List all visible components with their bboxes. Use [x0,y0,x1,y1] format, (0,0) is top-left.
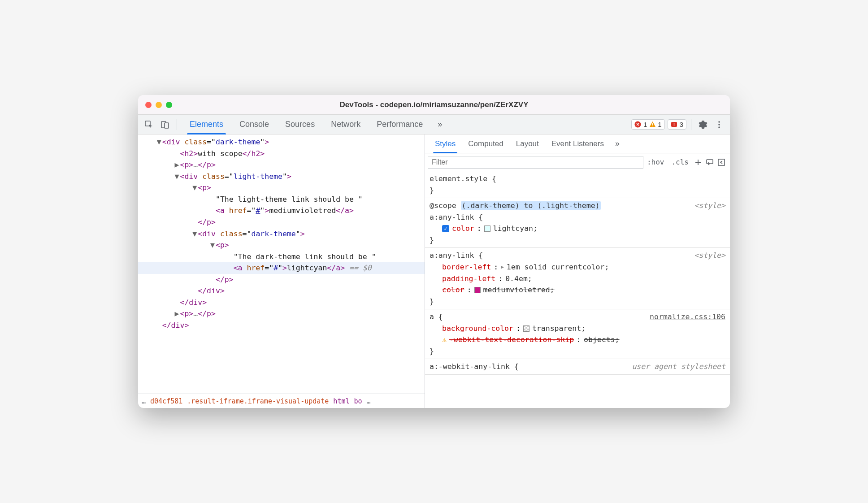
svg-point-9 [718,121,720,123]
maximize-window-button[interactable] [166,102,172,108]
css-rule[interactable]: <style>a:any-link {border-left:▶1em soli… [425,248,730,309]
main-tab-elements[interactable]: Elements [182,115,231,134]
breadcrumb-item[interactable]: html [333,397,349,405]
svg-rect-4 [652,123,653,125]
issue-icon [671,121,678,128]
breadcrumb-item[interactable]: d04cf581 [150,397,182,405]
breadcrumb-bar[interactable]: …d04cf581.result-iframe.iframe-visual-up… [138,394,425,408]
cls-toggle[interactable]: .cls [668,158,692,166]
css-declaration[interactable]: ⚠-webkit-text-decoration-skip:objects; [430,334,725,346]
format-icon[interactable] [704,155,716,169]
separator [691,119,691,130]
prop-checkbox-icon[interactable]: ✓ [442,225,449,232]
breadcrumb-item[interactable]: … [367,397,371,405]
rule-selector[interactable]: element.style { [430,173,725,185]
breadcrumb-item[interactable]: .result-iframe.iframe-visual-update [187,397,329,405]
styles-tab-computed[interactable]: Computed [462,134,509,153]
main-tab-performance[interactable]: Performance [369,115,431,134]
dom-node[interactable]: ▼<div class="dark-theme"> [138,228,425,240]
css-declaration[interactable]: border-left:▶1em solid currentcolor; [430,261,725,273]
computed-pane-icon[interactable] [716,155,727,169]
kebab-menu-icon[interactable] [712,117,726,132]
rule-source[interactable]: <style> [694,250,725,261]
breadcrumb-prefix: … [142,397,146,405]
toggle-icon[interactable]: ▶ [174,308,180,320]
css-declaration[interactable]: color:mediumvioletred; [430,284,725,296]
dom-node[interactable]: ▼<div class="light-theme"> [138,171,425,182]
svg-rect-2 [165,123,169,128]
settings-icon[interactable] [696,117,710,132]
prop-value: mediumvioletred; [483,284,555,296]
dom-node[interactable]: </div> [138,320,425,331]
dom-node[interactable]: </p> [138,274,425,286]
styles-panel: StylesComputedLayoutEvent Listeners» :ho… [425,134,730,408]
dom-node[interactable]: <a href="#">mediumvioletred</a> [138,205,425,217]
rule-selector[interactable]: a:any-link { [430,250,725,261]
device-toggle-icon[interactable] [158,117,172,132]
styles-filter-input[interactable] [428,156,643,169]
color-swatch[interactable] [474,287,481,293]
svg-point-10 [718,124,720,126]
dom-node[interactable]: ▼<p> [138,182,425,194]
dom-node[interactable]: "The dark-theme link should be " [138,251,425,263]
new-rule-icon[interactable] [692,155,704,169]
css-rule[interactable]: <style>@scope (.dark-theme) to (.light-t… [425,198,730,248]
dom-node[interactable]: <h2>with scope</h2> [138,148,425,160]
minimize-window-button[interactable] [156,102,162,108]
css-rule[interactable]: normalize.css:106a {background-color:tra… [425,309,730,359]
inspect-element-icon[interactable] [142,117,156,132]
styles-tab-event-listeners[interactable]: Event Listeners [545,134,610,153]
color-swatch[interactable] [523,325,529,332]
dom-node[interactable]: </div> [138,297,425,308]
toggle-icon[interactable]: ▼ [174,171,180,182]
rule-selector[interactable]: a:any-link { [430,212,725,223]
dom-node[interactable]: </div> [138,285,425,297]
main-tab-network[interactable]: Network [323,115,369,134]
prop-name: -webkit-text-decoration-skip [449,334,574,346]
main-toolbar: ElementsConsoleSourcesNetworkPerformance… [138,115,730,134]
css-declaration[interactable]: background-color:transparent; [430,323,725,334]
toggle-icon[interactable]: ▼ [156,136,162,148]
hov-toggle[interactable]: :hov [643,158,668,166]
more-styles-tabs-icon[interactable]: » [610,137,625,151]
dom-node[interactable]: </p> [138,217,425,228]
breadcrumb-item[interactable]: bo [354,397,362,405]
toggle-icon[interactable]: ▼ [191,182,198,194]
warning-icon: ⚠ [442,334,447,346]
main-tabs: ElementsConsoleSourcesNetworkPerformance [182,115,431,134]
css-declaration[interactable]: ✓color:lightcyan; [430,223,725,234]
more-tabs-icon[interactable]: » [433,117,447,132]
toggle-icon[interactable]: ▼ [209,239,216,251]
rule-close: } [430,185,725,196]
issue-count: 3 [680,121,683,128]
styles-tab-styles[interactable]: Styles [429,134,462,153]
styles-tab-layout[interactable]: Layout [510,134,545,153]
rule-source[interactable]: user agent stylesheet [632,361,725,373]
css-rule[interactable]: element.style {} [425,171,730,198]
warning-icon [649,121,656,128]
rule-close: } [430,234,725,246]
main-tab-sources[interactable]: Sources [277,115,323,134]
prop-value: 0.4em; [505,273,532,285]
dom-node[interactable]: ▶<p>…</p> [138,159,425,171]
styles-rules[interactable]: element.style {}<style>@scope (.dark-the… [425,171,730,408]
toggle-icon[interactable]: ▶ [174,159,180,171]
color-swatch[interactable] [484,225,490,232]
dom-node[interactable]: ▶<p>…</p> [138,308,425,320]
toggle-icon[interactable]: ▼ [191,228,198,240]
dom-node[interactable]: <a href="#">lightcyan</a> == $0 [138,262,425,274]
dom-node[interactable]: "The light-theme link should be " [138,194,425,205]
dom-node[interactable]: ▼<div class="dark-theme"> [138,136,425,148]
main-tab-console[interactable]: Console [231,115,277,134]
css-rule[interactable]: user agent stylesheeta:-webkit-any-link … [425,359,730,375]
status-badges: 1 1 3 [631,119,686,130]
dom-tree[interactable]: ▼<div class="dark-theme"> <h2>with scope… [138,134,425,394]
close-window-button[interactable] [145,102,152,108]
expand-icon[interactable]: ▶ [501,263,504,271]
issues-badge[interactable]: 3 [668,119,686,130]
rule-source[interactable]: <style> [694,200,725,212]
error-warning-badge[interactable]: 1 1 [631,119,665,130]
css-declaration[interactable]: padding-left:0.4em; [430,273,725,285]
rule-source[interactable]: normalize.css:106 [650,311,725,323]
dom-node[interactable]: ▼<p> [138,239,425,251]
